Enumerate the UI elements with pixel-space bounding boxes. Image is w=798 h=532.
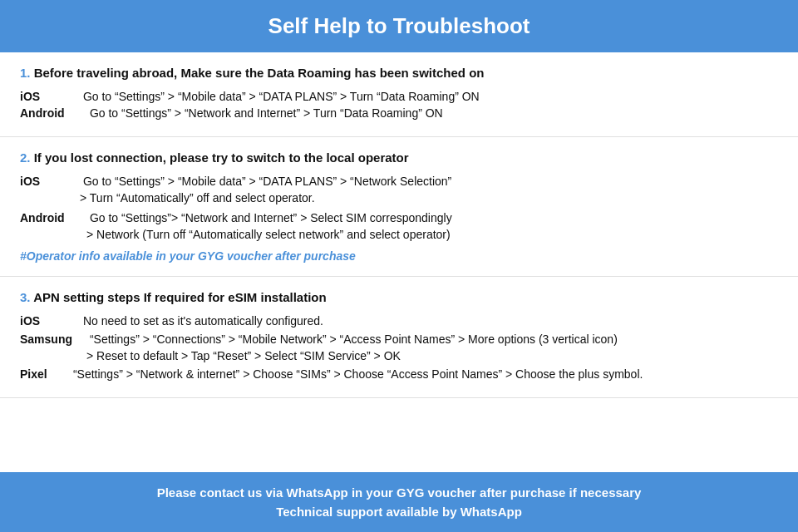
page-footer: Please contact us via WhatsApp in your G… [0,472,798,532]
section-2-number: 2. [20,150,31,165]
section-3-samsung-line1: Samsung “Settings” > “Connections” > “Mo… [20,332,778,346]
section-2-title: 2. If you lost connection, please try to… [20,150,778,165]
section-1-title: 1. Before traveling abroad, Make sure th… [20,66,778,80]
pixel-label: Pixel [20,367,70,381]
ios-label-2: iOS [20,175,80,188]
ios-text-2b: > Turn “Automatically” off and select op… [80,191,315,204]
android-text-2a: Go to “Settings”> “Network and Internet”… [90,211,452,224]
section-2-android-line1: Android Go to “Settings”> “Network and I… [20,211,778,224]
section-3-samsung-line2: > Reset to default > Tap “Reset” > Selec… [20,349,778,362]
samsung-text-a: “Settings” > “Connections” > “Mobile Net… [90,332,618,346]
page-title: Self Help to Troubleshoot [17,13,781,39]
ios-text-2a: Go to “Settings” > “Mobile data” > “DATA… [83,175,451,188]
section-2-android-line2: > Network (Turn off “Automatically selec… [20,228,778,241]
android-label-2: Android [20,211,86,224]
section-1-ios-line: iOS Go to “Settings” > “Mobile data” > “… [20,90,778,103]
section-2-ios-line1: iOS Go to “Settings” > “Mobile data” > “… [20,175,778,188]
section-2-note: #Operator info available in your GYG vou… [20,249,778,263]
section-3-text: APN setting steps If required for eSIM i… [33,290,327,304]
samsung-label: Samsung [20,332,86,346]
ios-label-3: iOS [20,314,80,328]
android-text-2b: > Network (Turn off “Automatically selec… [86,228,451,241]
section-1-android-line: Android Go to “Settings” > “Network and … [20,106,778,120]
page-wrapper: Self Help to Troubleshoot 1. Before trav… [0,0,798,532]
section-3: 3. APN setting steps If required for eSI… [0,277,798,398]
section-1: 1. Before traveling abroad, Make sure th… [0,52,798,137]
section-2: 2. If you lost connection, please try to… [0,137,798,277]
section-3-number: 3. [20,290,31,304]
ios-text-3: No need to set as it's automatically con… [83,314,323,328]
pixel-text: “Settings” > “Network & internet” > Choo… [73,367,643,381]
section-2-ios-line2: > Turn “Automatically” off and select op… [20,191,778,204]
section-1-number: 1. [20,66,31,80]
ios-text-1: Go to “Settings” > “Mobile data” > “DATA… [83,90,480,103]
android-label-1: Android [20,106,86,120]
section-3-title: 3. APN setting steps If required for eSI… [20,290,778,304]
section-2-text: If you lost connection, please try to sw… [34,150,409,165]
ios-label-1: iOS [20,90,80,103]
footer-line1: Please contact us via WhatsApp in your G… [17,485,781,500]
samsung-text-b: > Reset to default > Tap “Reset” > Selec… [86,349,401,362]
section-3-ios-line: iOS No need to set as it's automatically… [20,314,778,328]
android-text-1: Go to “Settings” > “Network and Internet… [90,106,443,120]
sections-container: 1. Before traveling abroad, Make sure th… [0,52,798,472]
section-1-text: Before traveling abroad, Make sure the D… [34,66,485,80]
section-3-pixel-line: Pixel “Settings” > “Network & internet” … [20,367,778,381]
page-header: Self Help to Troubleshoot [0,0,798,52]
footer-line2: Technical support available by WhatsApp [17,505,781,519]
